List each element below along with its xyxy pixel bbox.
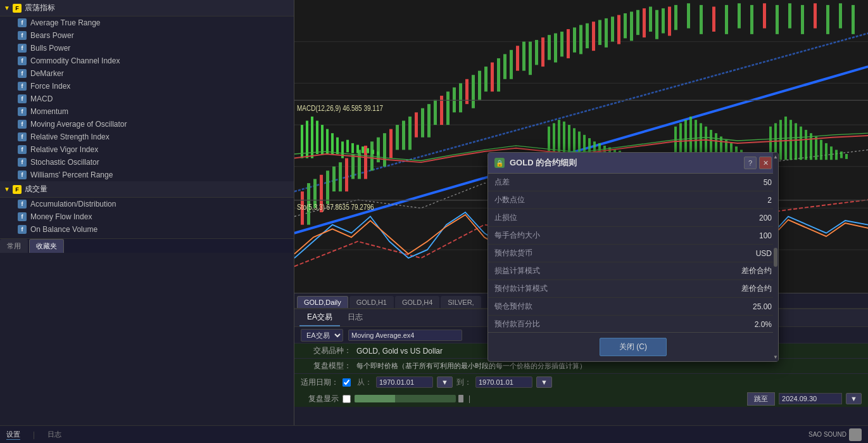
- svg-text:Sto(5,3,3)  67.8635  79.2796: Sto(5,3,3) 67.8635 79.2796: [297, 202, 374, 212]
- jump-button[interactable]: 跳至: [747, 392, 775, 406]
- dialog-scrollbar[interactable]: ▲ ▼: [773, 174, 778, 332]
- date-from-input[interactable]: [376, 376, 433, 388]
- tree-item-obv[interactable]: f On Balance Volume: [0, 223, 294, 236]
- tab-favorites[interactable]: 收藏夹: [29, 239, 64, 253]
- svg-rect-61: [630, 11, 633, 41]
- dialog-footer: 关闭 (C): [488, 332, 778, 361]
- tree-item-bulls[interactable]: f Bulls Power: [0, 42, 294, 55]
- svg-rect-146: [795, 123, 797, 160]
- date-checkbox[interactable]: [343, 378, 351, 387]
- ea-tab-trading[interactable]: EA交易: [299, 309, 340, 326]
- tab-gold-daily[interactable]: GOLD,Daily: [297, 296, 348, 308]
- label-macd: MACD: [30, 94, 53, 103]
- dialog-cell-value: 50: [602, 174, 778, 191]
- expand-icon-volume: ▼: [4, 186, 10, 193]
- svg-rect-102: [351, 143, 354, 153]
- svg-rect-50: [560, 32, 563, 56]
- group-icon-oscillators: F: [13, 4, 22, 13]
- item-icon-rsi: f: [18, 132, 27, 141]
- svg-rect-105: [367, 148, 369, 153]
- dialog-table-container[interactable]: 点差50小数点位2止损位200每手合约大小100预付款货币USD损益计算模式差价…: [488, 174, 778, 332]
- svg-rect-66: [662, 8, 665, 33]
- progress-container: |: [355, 394, 743, 403]
- group-volume[interactable]: ▼ F 成交量: [0, 181, 294, 198]
- svg-rect-75: [763, 3, 766, 28]
- model-value: 每个即时价格（基于所有可利用的最小时段的每一个价格的分形插值计算）: [356, 361, 586, 371]
- progress-bar[interactable]: [355, 395, 456, 402]
- tree-item-demarker[interactable]: f DeMarker: [0, 67, 294, 80]
- item-icon-cci: f: [18, 56, 27, 65]
- label-rsi: Relative Strength Index: [30, 132, 110, 141]
- tree-item-force[interactable]: f Force Index: [0, 80, 294, 93]
- tree-item-ad[interactable]: f Accumulation/Distribution: [0, 198, 294, 210]
- svg-rect-53: [579, 25, 582, 54]
- display-checkbox[interactable]: [343, 395, 351, 403]
- tree-item-cci[interactable]: f Commodity Channel Index: [0, 55, 294, 67]
- svg-rect-26: [408, 117, 412, 150]
- item-icon-obv: f: [18, 225, 27, 234]
- dialog-row: 预付款货币USD: [488, 245, 778, 262]
- ea-file-input[interactable]: [348, 330, 462, 341]
- tab-silver[interactable]: SILVER,: [441, 296, 481, 308]
- date-to-btn[interactable]: ▼: [536, 376, 552, 388]
- tab-general[interactable]: 常用: [0, 239, 28, 253]
- status-log[interactable]: 日志: [47, 430, 61, 439]
- svg-rect-59: [617, 15, 620, 44]
- label-demarker: DeMarker: [30, 69, 64, 78]
- dialog-cell-label: 止损位: [488, 209, 602, 227]
- tree-item-wpr[interactable]: f Williams' Percent Range: [0, 169, 294, 181]
- tree-item-macd[interactable]: f MACD: [0, 93, 294, 105]
- tree-item-rsi[interactable]: f Relative Strength Index: [0, 131, 294, 143]
- svg-rect-97: [326, 129, 329, 154]
- svg-rect-63: [643, 8, 646, 37]
- dialog-cell-value: 2.0%: [602, 316, 778, 333]
- item-icon-rvi: f: [18, 145, 27, 154]
- dialog-titlebar: 🔒 GOLD 的合约细则 ? ✕: [488, 153, 778, 174]
- dialog-row: 点差50: [488, 174, 778, 191]
- svg-rect-44: [522, 42, 525, 71]
- tree-item-rvi[interactable]: f Relative Vigor Index: [0, 143, 294, 156]
- ea-type-select[interactable]: EA交易: [301, 329, 343, 342]
- svg-rect-95: [316, 120, 318, 154]
- svg-rect-25: [402, 120, 405, 150]
- tree-item-momentum[interactable]: f Momentum: [0, 105, 294, 118]
- date-from-btn[interactable]: ▼: [437, 376, 453, 388]
- group-oscillators[interactable]: ▼ F 震荡指标: [0, 0, 294, 16]
- tab-gold-h1[interactable]: GOLD,H1: [349, 296, 394, 308]
- scroll-thumb: [774, 248, 777, 267]
- progress-handle[interactable]: [458, 395, 463, 402]
- svg-rect-13: [326, 170, 329, 204]
- svg-rect-143: [779, 120, 782, 160]
- dialog-close-x-button[interactable]: ✕: [759, 157, 772, 169]
- svg-rect-101: [346, 140, 349, 153]
- dialog-row: 预付款计算模式差价合约: [488, 280, 778, 298]
- svg-rect-153: [830, 146, 833, 160]
- dialog-cell-value: 差价合约: [602, 262, 778, 280]
- group-label-oscillators: 震荡指标: [25, 3, 55, 13]
- status-settings[interactable]: 设置: [6, 430, 20, 440]
- svg-rect-34: [459, 83, 462, 112]
- svg-rect-60: [624, 13, 627, 38]
- progress-fill: [355, 395, 395, 402]
- tree-item-atr[interactable]: f Average True Range: [0, 16, 294, 29]
- svg-rect-65: [655, 10, 658, 39]
- dialog-help-button[interactable]: ?: [744, 157, 757, 169]
- svg-rect-14: [332, 167, 336, 191]
- ea-tab-log[interactable]: 日志: [340, 309, 370, 326]
- tree-item-mfi[interactable]: f Money Flow Index: [0, 210, 294, 223]
- date-to-input[interactable]: [475, 376, 532, 388]
- svg-rect-68: [674, 5, 677, 30]
- svg-rect-17: [351, 154, 355, 179]
- dialog-cell-label: 预付款货币: [488, 245, 602, 262]
- jump-date-input[interactable]: [779, 393, 842, 404]
- dialog-close-button[interactable]: 关闭 (C): [600, 338, 667, 356]
- svg-rect-77: [788, 3, 791, 28]
- tree-item-stoch[interactable]: f Stochastic Oscillator: [0, 156, 294, 169]
- jump-date-btn[interactable]: ▼: [846, 393, 862, 404]
- tab-gold-h4[interactable]: GOLD,H4: [395, 296, 439, 308]
- tree-item-mao[interactable]: f Moving Average of Oscillator: [0, 118, 294, 131]
- label-wpr: Williams' Percent Range: [30, 170, 113, 179]
- dialog-cell-label: 预付款百分比: [488, 316, 602, 333]
- contract-dialog[interactable]: 🔒 GOLD 的合约细则 ? ✕ 点差50小数点位2止损位200每手合约大小10…: [487, 152, 779, 362]
- tree-item-bears[interactable]: f Bears Power: [0, 29, 294, 42]
